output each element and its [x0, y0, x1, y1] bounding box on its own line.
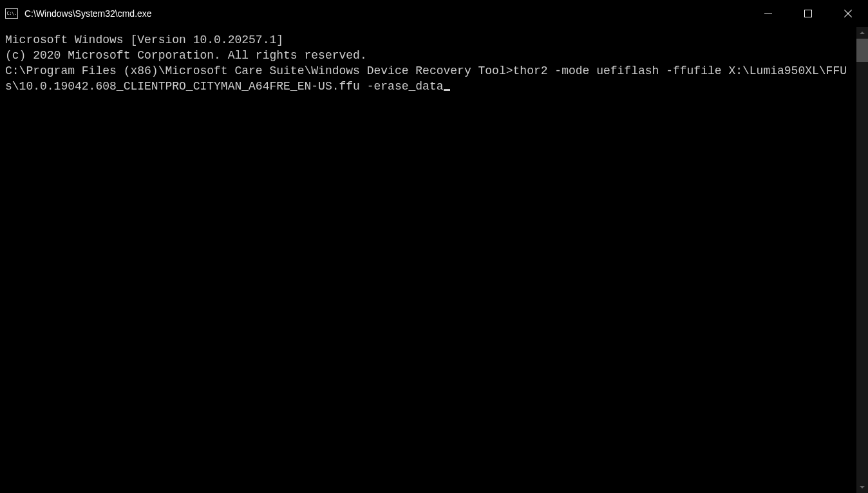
terminal-area: Microsoft Windows [Version 10.0.20257.1]… [0, 27, 868, 493]
window-title: C:\Windows\System32\cmd.exe [24, 8, 152, 19]
cmd-app-icon: C:\. [5, 8, 18, 19]
chevron-up-icon [860, 32, 865, 34]
scroll-up-button[interactable] [856, 27, 868, 39]
minimize-icon [764, 14, 772, 14]
titlebar-left: C:\. C:\Windows\System32\cmd.exe [5, 8, 152, 19]
chevron-down-icon [860, 486, 865, 488]
terminal-command-line: C:\Program Files (x86)\Microsoft Care Su… [5, 63, 851, 94]
cmd-icon-text: C:\. [7, 12, 17, 16]
scroll-thumb[interactable] [856, 39, 868, 62]
text-cursor [444, 89, 450, 91]
terminal-text: C:\Program Files (x86)\Microsoft Care Su… [5, 64, 847, 93]
close-button[interactable] [828, 0, 868, 27]
terminal-content[interactable]: Microsoft Windows [Version 10.0.20257.1]… [0, 27, 856, 493]
maximize-button[interactable] [788, 0, 828, 27]
window-controls [748, 0, 868, 27]
minimize-button[interactable] [748, 0, 788, 27]
maximize-icon [804, 10, 812, 17]
terminal-line: (c) 2020 Microsoft Corporation. All righ… [5, 48, 851, 63]
titlebar[interactable]: C:\. C:\Windows\System32\cmd.exe [0, 0, 868, 27]
scroll-down-button[interactable] [856, 481, 868, 493]
terminal-line: Microsoft Windows [Version 10.0.20257.1] [5, 32, 851, 48]
vertical-scrollbar[interactable] [856, 27, 868, 493]
close-icon [844, 9, 853, 18]
